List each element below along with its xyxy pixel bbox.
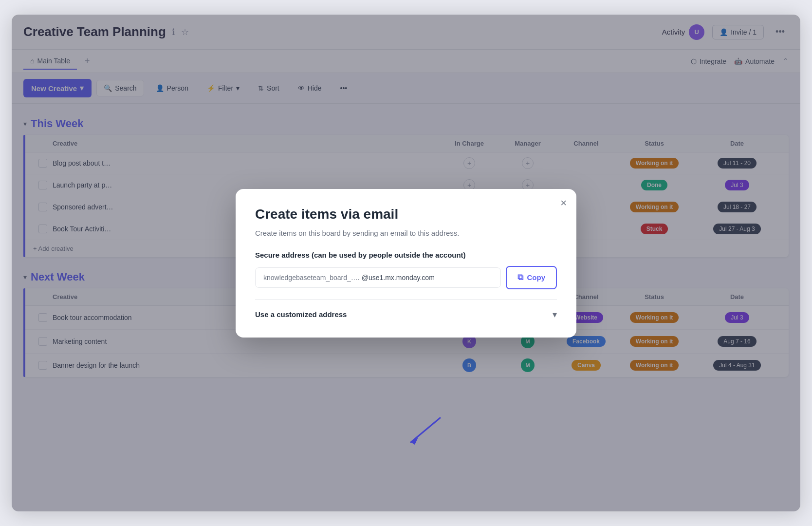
email-row: knowledgebaseteam_board_…. @use1.mx.mond… bbox=[255, 266, 557, 289]
email-address-box: knowledgebaseteam_board_…. @use1.mx.mond… bbox=[255, 267, 501, 288]
modal-overlay: × Create items via email Create items on… bbox=[12, 15, 800, 511]
modal-divider bbox=[255, 299, 557, 300]
svg-marker-1 bbox=[411, 437, 418, 445]
svg-line-0 bbox=[411, 418, 440, 442]
customize-label: Use a customized address bbox=[255, 310, 347, 319]
customize-address-row[interactable]: Use a customized address ▾ bbox=[255, 309, 557, 320]
modal-title: Create items via email bbox=[255, 207, 557, 222]
copy-label: Copy bbox=[527, 273, 546, 282]
copy-icon: ⧉ bbox=[517, 273, 523, 282]
email-address: knowledgebaseteam_board_…. bbox=[263, 274, 360, 282]
modal-description: Create items on this board by sending an… bbox=[255, 229, 557, 237]
copy-button[interactable]: ⧉ Copy bbox=[506, 266, 557, 289]
email-modal: × Create items via email Create items on… bbox=[236, 189, 576, 338]
email-domain: @use1.mx.monday.com bbox=[362, 274, 435, 282]
arrow-annotation bbox=[401, 403, 498, 452]
modal-close-button[interactable]: × bbox=[560, 198, 567, 208]
modal-section-title: Secure address (can be used by people ou… bbox=[255, 251, 557, 259]
customize-chevron-down: ▾ bbox=[553, 309, 557, 320]
